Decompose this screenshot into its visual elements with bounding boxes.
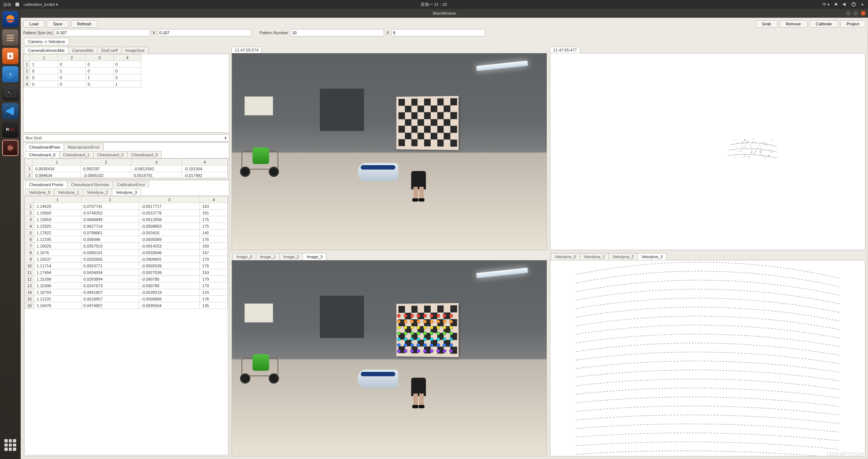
svg-point-17	[749, 157, 750, 158]
network-icon[interactable]	[833, 2, 839, 7]
svg-point-16	[765, 157, 765, 158]
image-tab-3[interactable]: Image_3	[303, 253, 327, 260]
pattern-number-x-input[interactable]	[290, 29, 384, 36]
remove-button[interactable]: Remove	[780, 20, 807, 28]
dock-running-app[interactable]	[2, 140, 18, 156]
chessboard-tab-2[interactable]: Chessboard_2	[93, 151, 128, 158]
project-button[interactable]: Project	[840, 20, 865, 28]
calib-tab-1[interactable]: Chessboard Normals	[67, 181, 113, 188]
dock-software[interactable]: A	[2, 48, 18, 64]
pattern-number-label: Pattern Number	[260, 31, 288, 35]
chessboard-tab-3[interactable]: Chessboard_3	[127, 151, 162, 158]
maximize-button[interactable]	[853, 11, 858, 16]
calib-tab-0[interactable]: Chessboard Points	[25, 181, 67, 188]
mat-tab-3[interactable]: ImageSize	[121, 47, 149, 54]
dock-help[interactable]: ?	[2, 66, 18, 82]
main-tab[interactable]: Camera -> Velodyne	[24, 38, 69, 45]
dropdown-icon[interactable]: ▾	[860, 2, 865, 7]
chevron-down-icon: ▾	[225, 136, 227, 140]
pattern-number-y-input[interactable]	[391, 29, 485, 36]
close-button[interactable]	[861, 11, 866, 16]
ime-indicator[interactable]: 中 ▾	[822, 2, 830, 7]
lidar-tab-1[interactable]: Velodyne_1	[580, 253, 609, 260]
svg-point-51	[770, 150, 771, 150]
lidar-tab-2[interactable]: Velodyne_2	[608, 253, 638, 260]
load-button[interactable]: Load	[23, 20, 45, 28]
camera-timestamp-tab[interactable]: 11:47:05:574	[232, 47, 262, 53]
svg-point-49	[758, 147, 759, 148]
lidar-tab-3[interactable]: Velodyne_3	[638, 253, 667, 260]
svg-point-68	[751, 152, 752, 153]
calib-tab-2[interactable]: CalibrationError	[113, 181, 149, 188]
image-tab-0[interactable]: Image_0	[232, 253, 256, 260]
svg-text:A: A	[9, 54, 12, 58]
velodyne-points-table: 123411.146280.0707741-0.051771716321.156…	[25, 196, 228, 309]
svg-point-66	[744, 140, 745, 141]
svg-point-67	[760, 152, 761, 152]
svg-point-44	[744, 146, 744, 147]
main-window: Load Save Refresh Grab Remove Calibrate …	[21, 18, 868, 459]
svg-point-61	[736, 146, 737, 147]
svg-point-52	[753, 153, 754, 154]
power-icon[interactable]	[851, 2, 856, 7]
svg-point-34	[735, 157, 735, 158]
svg-point-38	[741, 146, 742, 147]
chessboard-pose-table: 123410.09354160.992287-0.0813392-0.18135…	[25, 159, 228, 178]
pose-tab-1[interactable]: ReprojectionError	[64, 143, 103, 150]
dock-rviz[interactable]: RViz	[2, 121, 18, 138]
dock-terminal[interactable]: >_	[2, 85, 18, 101]
svg-point-25	[769, 156, 770, 156]
minimize-button[interactable]	[846, 11, 851, 16]
mat-tab-1[interactable]: CameraMat	[68, 47, 97, 54]
grab-button[interactable]: Grab	[756, 20, 777, 28]
svg-point-22	[745, 147, 746, 148]
apps-grid-button[interactable]	[4, 439, 16, 451]
calibrate-button[interactable]: Calibrate	[809, 20, 838, 28]
pose-tab-0[interactable]: ChessboardPose	[25, 143, 64, 150]
lidar-tab-0[interactable]: Velodyne_0	[551, 253, 580, 260]
dock-vscode[interactable]	[2, 103, 18, 119]
save-button[interactable]: Save	[47, 20, 68, 28]
svg-point-15	[765, 145, 765, 145]
svg-point-31	[750, 145, 751, 145]
svg-point-19	[764, 142, 765, 142]
svg-point-43	[744, 156, 745, 157]
app-menu[interactable]: calibration_toolkit ▾	[24, 2, 58, 7]
svg-text:?: ?	[9, 72, 12, 77]
svg-point-35	[743, 142, 744, 142]
velodyne-tab-1[interactable]: Velodyne_1	[54, 189, 84, 196]
svg-point-36	[747, 143, 747, 144]
pattern-size-y-input[interactable]	[158, 29, 251, 36]
svg-point-45	[772, 152, 772, 153]
velodyne-tab-2[interactable]: Velodyne_2	[83, 189, 112, 196]
svg-point-29	[766, 145, 767, 146]
svg-point-30	[742, 143, 742, 144]
clock[interactable]: 星期一 21：02	[421, 2, 447, 7]
watermark: CSDN @FYY2LHH	[826, 452, 864, 457]
image-tab-2[interactable]: Image_2	[279, 253, 303, 260]
pattern-x-label-1: X	[152, 31, 155, 35]
box-grid-dropdown[interactable]: Box Grid▾	[23, 134, 229, 142]
image-tab-1[interactable]: Image_1	[256, 253, 280, 260]
refresh-button[interactable]: Refresh	[71, 20, 98, 28]
dock: A ? >_ RViz	[0, 9, 21, 459]
mat-tab-0[interactable]: CameraExtrinsicMat	[24, 47, 68, 54]
dock-firefox[interactable]	[2, 11, 18, 27]
lidar-top-timestamp-tab[interactable]: 11:47:05:477	[550, 47, 580, 53]
dock-files[interactable]	[2, 29, 18, 46]
svg-point-24	[755, 142, 756, 142]
volume-icon[interactable]	[842, 2, 847, 7]
chessboard-tab-1[interactable]: Chessboard_1	[59, 151, 94, 158]
velodyne-points-scroll[interactable]: 123411.146280.0707741-0.051771716321.156…	[24, 196, 228, 455]
chessboard-tab-0[interactable]: Chessboard_0	[25, 151, 60, 158]
svg-point-37	[755, 152, 755, 153]
velodyne-tab-3[interactable]: Velodyne_3	[112, 189, 141, 196]
velodyne-tab-0[interactable]: Velodyne_0	[25, 189, 54, 196]
svg-rect-0	[15, 3, 19, 6]
activities-button[interactable]: 活动	[3, 2, 11, 7]
svg-text:>_: >_	[7, 90, 12, 94]
mat-tab-2[interactable]: DistCoeff	[97, 47, 122, 54]
svg-point-18	[744, 139, 745, 140]
svg-point-27	[751, 147, 752, 147]
pattern-size-x-input[interactable]	[54, 29, 150, 36]
